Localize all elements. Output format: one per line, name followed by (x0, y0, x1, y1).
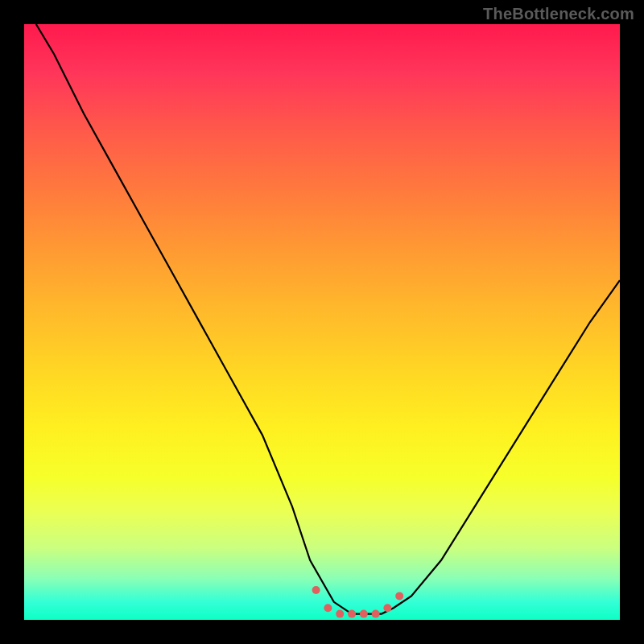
watermark-text: TheBottleneck.com (483, 5, 634, 23)
highlight-dot (372, 610, 380, 618)
highlight-dot (395, 592, 403, 600)
chart-plot-area (24, 24, 620, 620)
highlight-dot (324, 604, 332, 612)
highlight-dot (360, 610, 368, 618)
highlight-dot (383, 604, 391, 612)
highlight-dot (312, 586, 320, 594)
highlight-dot (348, 610, 356, 618)
chart-frame: TheBottleneck.com (0, 0, 644, 644)
chart-svg (24, 24, 620, 620)
bottleneck-curve (36, 24, 620, 614)
highlight-dot (336, 610, 344, 618)
